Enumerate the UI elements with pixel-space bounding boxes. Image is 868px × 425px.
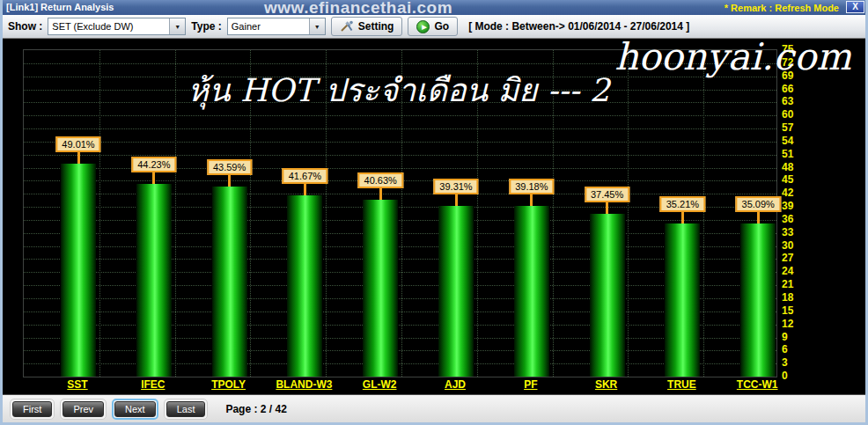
toolbar: Show : SET (Exclude DW) ▼ Type : Gainer … [3, 15, 865, 39]
y-axis-tick-label: 33 [782, 226, 793, 238]
y-axis-tick-label: 27 [782, 252, 793, 264]
x-axis-label[interactable]: TRUE [644, 378, 719, 391]
close-button[interactable]: X [846, 1, 864, 13]
gridline-horizontal [24, 155, 776, 156]
first-page-button[interactable]: First [10, 399, 55, 420]
x-axis-label[interactable]: BLAND-W3 [266, 378, 342, 391]
prev-page-button-label: Prev [63, 401, 104, 417]
chart-bar [665, 223, 700, 377]
title-bar: [Link1] Return Analysis www.efinancethai… [0, 0, 868, 15]
type-label: Type : [191, 20, 221, 33]
gridline-horizontal [24, 115, 776, 116]
value-label-stem [379, 188, 382, 200]
bar-value-label: 44.23% [131, 157, 176, 172]
return-analysis-window: [Link1] Return Analysis www.efinancethai… [0, 0, 868, 425]
bar-value-label: 35.09% [736, 196, 781, 212]
gridline-horizontal [24, 128, 776, 129]
site-watermark: www.efinancethai.com [264, 0, 452, 18]
mode-range-text: [ Mode : Between-> 01/06/2014 - 27/06/20… [468, 20, 689, 33]
chart-bar [438, 206, 474, 377]
last-page-button-label: Last [166, 401, 206, 417]
setting-button[interactable]: Setting [331, 17, 403, 36]
gridline-horizontal [24, 142, 776, 143]
y-axis-tick-label: 12 [782, 318, 793, 330]
bar-value-label: 35.21% [660, 196, 705, 212]
y-axis-tick-label: 15 [782, 304, 793, 317]
chart-bar [590, 214, 625, 377]
bar-value-label: 39.18% [509, 179, 554, 194]
y-axis-tick-label: 30 [782, 239, 793, 252]
bar-value-label: 43.59% [207, 159, 252, 175]
next-page-button-label: Next [114, 401, 156, 417]
show-label: Show : [8, 20, 42, 33]
value-label-stem [681, 212, 684, 223]
value-label-stem [606, 202, 608, 214]
window-title: [Link1] Return Analysis [6, 2, 114, 12]
x-axis-label[interactable]: GL-W2 [342, 378, 417, 391]
play-icon: ▶ [416, 20, 430, 33]
x-axis-label[interactable]: PF [493, 378, 569, 391]
y-axis-tick-label: 66 [782, 83, 793, 95]
y-axis-tick-label: 18 [782, 291, 793, 304]
y-axis-tick-label: 54 [782, 135, 793, 147]
y-axis-tick-label: 24 [782, 265, 793, 277]
y-axis-tick-label: 48 [782, 161, 793, 173]
chart-bar [740, 223, 776, 377]
y-axis-tick-label: 6 [782, 343, 788, 355]
value-label-stem [152, 172, 155, 184]
chart-bar [136, 184, 172, 377]
bar-value-label: 40.63% [358, 172, 403, 188]
value-label-stem [455, 194, 458, 206]
bar-value-label: 39.31% [433, 179, 478, 194]
y-axis-tick-label: 60 [782, 108, 793, 121]
value-label-stem [228, 175, 231, 187]
show-dropdown-value: SET (Exclude DW) [48, 21, 136, 32]
type-dropdown-value: Gainer [228, 21, 264, 32]
go-button-label: Go [434, 20, 449, 33]
bar-value-label: 41.67% [283, 168, 327, 184]
chart-title: หุ้น HOT ประจำเดือน มิย --- 2 [108, 65, 689, 115]
chart-bar [514, 206, 549, 377]
go-button[interactable]: ▶ Go [408, 17, 458, 36]
first-page-button-label: First [12, 401, 52, 417]
x-axis-label[interactable]: AJD [417, 378, 493, 391]
y-axis-tick-label: 39 [782, 200, 793, 212]
gridline-vertical [99, 50, 100, 377]
x-axis-label[interactable]: SKR [569, 378, 644, 391]
chart-bar [363, 200, 398, 377]
type-dropdown[interactable]: Gainer ▼ [227, 18, 326, 35]
x-axis-label[interactable]: TPOLY [191, 378, 267, 391]
y-axis-tick-label: 21 [782, 278, 793, 290]
chevron-down-icon[interactable]: ▼ [309, 18, 325, 34]
chart-bar [61, 164, 96, 377]
chart-bar [212, 187, 247, 377]
show-dropdown[interactable]: SET (Exclude DW) ▼ [48, 18, 186, 35]
value-label-stem [530, 194, 533, 206]
y-axis-tick-label: 63 [782, 95, 793, 107]
chart-area: hoonyai.com หุ้น HOT ประจำเดือน มิย --- … [3, 39, 865, 394]
value-label-stem [77, 152, 80, 164]
remark-status: * Remark : Refresh Mode [725, 3, 839, 13]
value-label-stem [304, 184, 306, 195]
bar-value-label: 37.45% [585, 187, 629, 202]
x-axis-label[interactable]: IFEC [115, 378, 191, 391]
y-axis-tick-label: 45 [782, 173, 793, 186]
y-axis-tick-label: 9 [782, 331, 788, 343]
y-axis-tick-label: 57 [782, 121, 793, 134]
bar-value-label: 49.01% [55, 136, 100, 152]
pager-bar: First Prev Next Last Page : 2 / 42 [3, 394, 865, 422]
page-indicator: Page : 2 / 42 [225, 403, 286, 415]
gridline-vertical [703, 50, 704, 377]
next-page-button[interactable]: Next [112, 399, 158, 420]
y-axis-tick-label: 42 [782, 187, 793, 199]
chevron-down-icon[interactable]: ▼ [169, 18, 185, 34]
x-axis-label[interactable]: TCC-W1 [719, 378, 795, 391]
x-axis-label[interactable]: SST [40, 378, 115, 391]
prev-page-button[interactable]: Prev [60, 399, 107, 420]
y-axis-tick-label: 3 [782, 356, 788, 369]
last-page-button[interactable]: Last [164, 399, 209, 420]
chart-bar [287, 195, 322, 377]
tools-icon [340, 20, 354, 33]
y-axis-tick-label: 36 [782, 213, 793, 225]
value-label-stem [757, 212, 760, 223]
